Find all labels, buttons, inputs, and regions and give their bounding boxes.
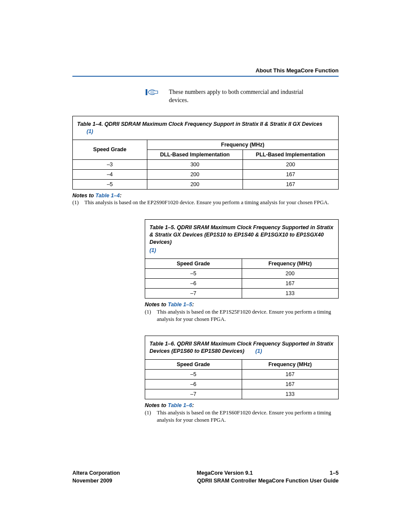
cell-dll: 300 [147,159,243,169]
cell-grade: –7 [145,288,242,298]
note-number: (1) [72,199,84,206]
col-frequency: Frequency (MHz) [242,360,339,370]
note-text: These numbers apply to both commercial a… [169,88,324,105]
cell-grade: –7 [145,389,242,399]
notes-suffix: : [192,302,194,308]
cell-grade: –6 [145,278,242,288]
table-1-4: Table 1–4. QDRII SDRAM Maximum Clock Fre… [72,116,339,190]
cell-grade: –5 [145,370,242,380]
table-1-4-caption-ref[interactable]: (1) [87,128,93,134]
table-row: –6 167 [145,278,339,288]
svg-rect-0 [146,89,147,95]
table-1-5-caption-ref[interactable]: (1) [149,247,334,254]
table-1-6-caption-ref[interactable]: (1) [255,348,262,354]
header-rule [72,76,339,77]
notes-suffix: : [120,193,121,199]
col-dll: DLL-Based Implementation [147,149,243,159]
footer-row-2: November 2009 QDRII SRAM Controller Mega… [72,477,339,485]
notes-suffix: : [192,402,194,408]
cell-freq: 167 [242,370,339,380]
table-1-6-caption: Table 1–6. QDRII SRAM Maximum Clock Freq… [145,336,339,359]
table-row: Speed Grade Frequency (MHz) [73,140,339,149]
note-row: These numbers apply to both commercial a… [72,88,339,105]
footer-row-1: Altera Corporation MegaCore Version 9.1 … [72,470,339,477]
notes-link[interactable]: Table 1–6 [168,402,192,408]
notes-heading: Notes to Table 1–4: [72,192,339,199]
table-row: –5 200 [145,268,339,278]
footer-page-number: 1–5 [330,470,339,477]
table-1-6-notes: Notes to Table 1–6: (1) This analysis is… [145,402,339,424]
cell-grade: –5 [73,179,147,189]
footer-version: MegaCore Version 9.1 [120,470,330,477]
cell-pll: 200 [243,159,338,169]
notes-prefix: Notes to [145,402,168,408]
table-row: Speed Grade Frequency (MHz) [145,258,339,268]
footer-date: November 2009 [72,477,112,485]
note-number: (1) [145,409,157,424]
cell-freq: 133 [242,389,339,399]
notes-item: (1) This analysis is based on the EP1S60… [145,409,339,424]
table-1-4-caption-text: Table 1–4. QDRII SDRAM Maximum Clock Fre… [77,121,322,127]
table-1-5-caption-text: Table 1–5. QDRII SRAM Maximum Clock Freq… [149,224,333,245]
cell-freq: 167 [242,278,339,288]
notes-item: (1) This analysis is based on the EP1S25… [145,308,339,323]
cell-grade: –6 [145,380,242,389]
table-1-5-caption: Table 1–5. QDRII SRAM Maximum Clock Freq… [145,219,339,258]
notes-prefix: Notes to [72,193,95,199]
table-1-5: Table 1–5. QDRII SRAM Maximum Clock Freq… [145,219,339,299]
table-row: –7 133 [145,288,339,298]
header-section-title: About This MegaCore Function [255,67,339,74]
cell-freq: 167 [242,380,339,389]
table-1-5-notes: Notes to Table 1–5: (1) This analysis is… [145,301,339,323]
notes-item: (1) This analysis is based on the EP2S90… [72,199,339,206]
table-1-6: Table 1–6. QDRII SRAM Maximum Clock Freq… [145,336,339,399]
cell-pll: 167 [243,169,338,179]
table-1-4-caption: Table 1–4. QDRII SDRAM Maximum Clock Fre… [72,116,339,140]
notes-link[interactable]: Table 1–5 [168,302,192,308]
note-text: This analysis is based on the EP1S60F102… [157,409,339,424]
table-row: –6 167 [145,380,339,389]
col-frequency: Frequency (MHz) [147,140,338,149]
notes-heading: Notes to Table 1–5: [145,301,339,308]
col-frequency: Frequency (MHz) [242,258,339,268]
table-row: –5 167 [145,370,339,380]
footer-guide-title: QDRII SRAM Controller MegaCore Function … [112,477,339,485]
table-row: Speed Grade Frequency (MHz) [145,360,339,370]
hand-pointer-icon [146,88,159,96]
cell-dll: 200 [147,179,243,189]
page: About This MegaCore Function These numbe… [0,0,411,532]
col-speed-grade: Speed Grade [145,258,242,268]
cell-grade: –5 [145,268,242,278]
cell-freq: 200 [242,268,339,278]
note-text: This analysis is based on the EP1S25F102… [157,308,339,323]
cell-grade: –3 [73,159,147,169]
table-row: –3 300 200 [73,159,339,169]
cell-dll: 200 [147,169,243,179]
note-text: This analysis is based on the EP2S90F102… [84,199,339,206]
note-number: (1) [145,308,157,323]
table-row: –7 133 [145,389,339,399]
cell-pll: 167 [243,179,338,189]
notes-heading: Notes to Table 1–6: [145,402,339,409]
col-pll: PLL-Based Implementation [243,149,338,159]
cell-grade: –4 [73,169,147,179]
col-speed-grade: Speed Grade [73,140,147,159]
page-footer: Altera Corporation MegaCore Version 9.1 … [72,470,339,485]
table-row: –5 200 167 [73,179,339,189]
col-speed-grade: Speed Grade [145,360,242,370]
table-row: –4 200 167 [73,169,339,179]
table-1-6-caption-text: Table 1–6. QDRII SRAM Maximum Clock Freq… [149,341,333,354]
footer-company: Altera Corporation [72,470,120,477]
notes-link[interactable]: Table 1–4 [95,193,120,199]
table-1-4-notes: Notes to Table 1–4: (1) This analysis is… [72,192,339,207]
notes-prefix: Notes to [145,302,168,308]
cell-freq: 133 [242,288,339,298]
